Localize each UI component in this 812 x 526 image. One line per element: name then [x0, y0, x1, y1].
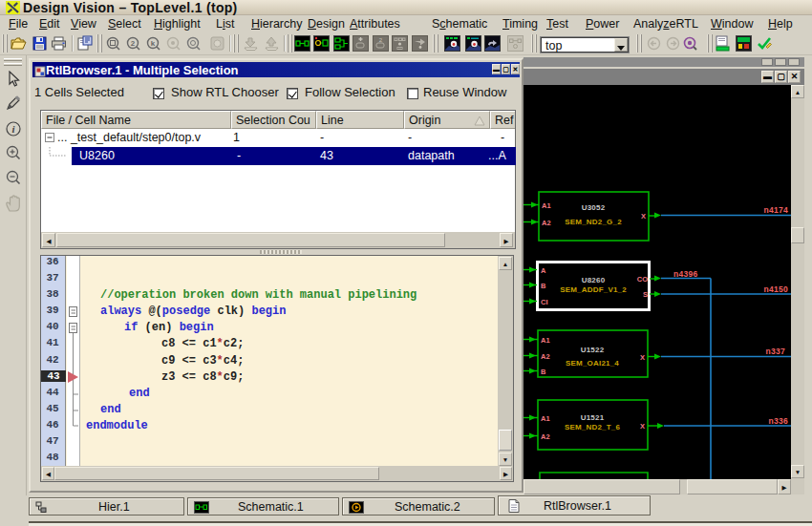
svg-text:k: k — [151, 39, 156, 48]
svg-text:U3052: U3052 — [582, 203, 606, 212]
svg-text:B: B — [541, 368, 546, 376]
svg-text:B: B — [541, 282, 546, 290]
svg-text:A: A — [541, 266, 546, 275]
svg-text:A1: A1 — [541, 414, 550, 423]
svg-text:X: X — [641, 212, 646, 221]
svg-text:n4174: n4174 — [763, 205, 788, 215]
svg-text:CI: CI — [541, 298, 548, 306]
svg-text:SEM_ND2_G_2: SEM_ND2_G_2 — [565, 218, 622, 226]
svg-text:i: i — [11, 123, 15, 135]
svg-text:U8260: U8260 — [582, 276, 606, 284]
svg-text:n4396: n4396 — [673, 269, 698, 279]
svg-text:A2: A2 — [541, 432, 550, 441]
svg-text:X: X — [640, 422, 645, 431]
svg-text:U1522: U1522 — [581, 346, 605, 354]
svg-text:A2: A2 — [541, 352, 550, 361]
svg-text:n336: n336 — [768, 416, 788, 426]
svg-text:n337: n337 — [765, 347, 785, 356]
svg-text:SEM_OAI21_4: SEM_OAI21_4 — [566, 359, 619, 368]
svg-text:CO: CO — [637, 275, 648, 284]
svg-text:n4150: n4150 — [763, 284, 788, 294]
svg-text:S: S — [643, 290, 648, 299]
svg-text:2: 2 — [131, 39, 136, 48]
svg-text:SEM_ND2_T_6: SEM_ND2_T_6 — [565, 423, 621, 431]
svg-text:A1: A1 — [542, 201, 551, 210]
svg-text:A2: A2 — [542, 219, 551, 227]
svg-text:SEM_ADDF_V1_2: SEM_ADDF_V1_2 — [560, 285, 627, 294]
svg-text:A1: A1 — [541, 336, 550, 345]
svg-text:U1521: U1521 — [581, 413, 605, 422]
svg-text:X: X — [640, 353, 645, 362]
